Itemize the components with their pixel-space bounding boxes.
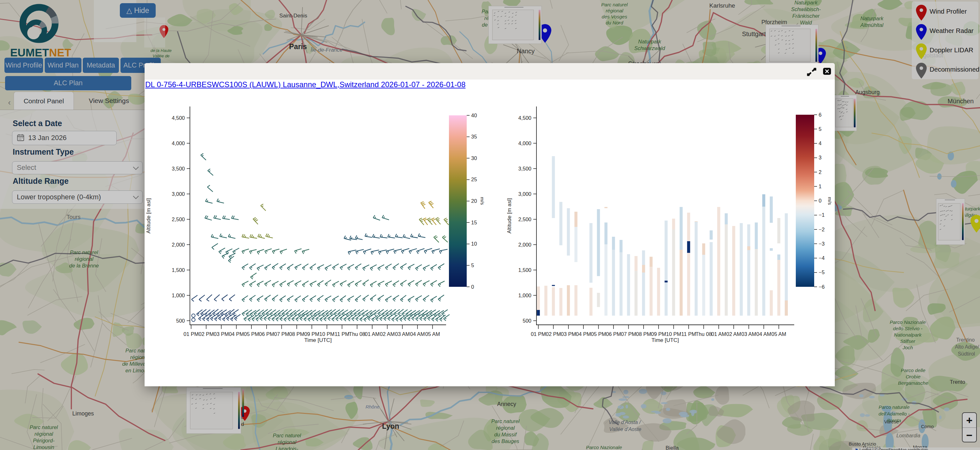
svg-text:3,500: 3,500 — [519, 166, 531, 172]
svg-text:Thu 08: Thu 08 — [349, 331, 365, 337]
svg-text:03 AM: 03 AM — [741, 331, 756, 337]
svg-text:01 PM: 01 PM — [184, 331, 199, 337]
svg-text:1,000: 1,000 — [172, 293, 185, 298]
svg-text:10: 10 — [471, 241, 477, 246]
svg-text:08 PM: 08 PM — [289, 331, 304, 337]
svg-text:1,000: 1,000 — [519, 293, 531, 298]
svg-text:4,500: 4,500 — [172, 115, 185, 121]
svg-text:03 PM: 03 PM — [561, 331, 576, 337]
svg-text:01 PM: 01 PM — [531, 331, 546, 337]
svg-text:Altitude [m asl]: Altitude [m asl] — [146, 198, 151, 234]
svg-text:10 PM: 10 PM — [666, 331, 681, 337]
svg-text:Time [UTC]: Time [UTC] — [652, 337, 679, 343]
svg-text:2,500: 2,500 — [172, 216, 185, 222]
svg-text:11 PM: 11 PM — [681, 331, 696, 337]
svg-text:4,000: 4,000 — [172, 140, 185, 146]
svg-text:02 PM: 02 PM — [546, 331, 561, 337]
svg-text:01 AM: 01 AM — [711, 331, 726, 337]
svg-text:−2: −2 — [819, 227, 825, 232]
svg-text:06 PM: 06 PM — [606, 331, 621, 337]
svg-text:2,500: 2,500 — [519, 216, 531, 222]
svg-text:03 PM: 03 PM — [214, 331, 229, 337]
svg-text:3: 3 — [819, 155, 821, 161]
svg-text:09 PM: 09 PM — [304, 331, 320, 337]
svg-text:04 AM: 04 AM — [756, 331, 772, 337]
svg-text:4: 4 — [819, 140, 821, 146]
svg-text:2,000: 2,000 — [172, 242, 185, 248]
svg-text:05 AM: 05 AM — [772, 331, 786, 337]
svg-text:06 PM: 06 PM — [259, 331, 274, 337]
svg-text:08 PM: 08 PM — [636, 331, 651, 337]
svg-text:1: 1 — [819, 183, 821, 189]
svg-text:m/s: m/s — [480, 197, 485, 205]
svg-text:07 PM: 07 PM — [274, 331, 289, 337]
svg-text:Thu 08: Thu 08 — [695, 331, 712, 337]
svg-text:3,000: 3,000 — [172, 191, 185, 197]
svg-text:2,000: 2,000 — [519, 242, 531, 248]
svg-text:1,500: 1,500 — [172, 267, 185, 273]
svg-text:04 PM: 04 PM — [229, 331, 244, 337]
svg-text:4,000: 4,000 — [519, 140, 531, 146]
svg-text:6: 6 — [819, 112, 821, 118]
svg-text:5: 5 — [471, 262, 474, 268]
svg-text:4,500: 4,500 — [519, 115, 531, 121]
svg-text:35: 35 — [471, 134, 477, 140]
svg-text:−3: −3 — [819, 241, 825, 246]
svg-text:−4: −4 — [819, 255, 825, 261]
svg-text:1,500: 1,500 — [519, 267, 531, 273]
svg-text:Time [UTC]: Time [UTC] — [304, 337, 332, 343]
svg-text:2: 2 — [819, 169, 821, 175]
svg-text:04 AM: 04 AM — [410, 331, 425, 337]
svg-text:5: 5 — [819, 126, 821, 132]
svg-text:04 PM: 04 PM — [576, 331, 591, 337]
svg-text:0: 0 — [471, 284, 474, 289]
svg-text:05 PM: 05 PM — [244, 331, 259, 337]
svg-text:500: 500 — [522, 318, 531, 324]
svg-text:3,000: 3,000 — [519, 191, 531, 197]
svg-text:02 PM: 02 PM — [199, 331, 214, 337]
svg-text:03 AM: 03 AM — [395, 331, 410, 337]
svg-text:02 AM: 02 AM — [726, 331, 741, 337]
svg-text:05 AM: 05 AM — [425, 331, 440, 337]
svg-text:01 AM: 01 AM — [365, 331, 380, 337]
svg-text:500: 500 — [176, 318, 185, 324]
svg-text:11 PM: 11 PM — [334, 331, 349, 337]
svg-text:25: 25 — [471, 177, 477, 182]
svg-text:0: 0 — [819, 198, 821, 204]
svg-text:m/s: m/s — [827, 197, 832, 205]
svg-text:Altitude [m asl]: Altitude [m asl] — [506, 198, 512, 234]
svg-text:10 PM: 10 PM — [319, 331, 334, 337]
svg-text:−1: −1 — [819, 212, 825, 218]
svg-text:02 AM: 02 AM — [380, 331, 395, 337]
svg-text:05 PM: 05 PM — [591, 331, 606, 337]
svg-text:40: 40 — [471, 113, 477, 118]
svg-text:−5: −5 — [819, 269, 825, 275]
svg-text:3,500: 3,500 — [172, 166, 185, 172]
svg-text:20: 20 — [471, 198, 477, 204]
svg-text:15: 15 — [471, 219, 477, 225]
svg-text:−6: −6 — [819, 284, 825, 289]
svg-text:30: 30 — [471, 155, 477, 161]
svg-text:09 PM: 09 PM — [651, 331, 666, 337]
svg-text:07 PM: 07 PM — [621, 331, 636, 337]
